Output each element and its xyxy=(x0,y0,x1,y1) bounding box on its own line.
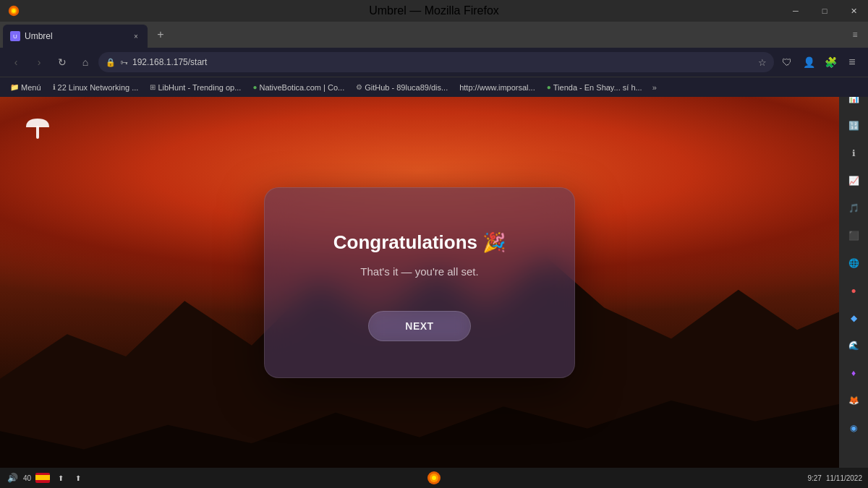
tab-bar: U Umbrel × + ≡ xyxy=(0,22,868,48)
sidebar-icon-11[interactable]: ◆ xyxy=(841,305,867,331)
bookmark-info-icon: ℹ xyxy=(53,83,56,91)
bookmark-gear-icon: ⚙ xyxy=(356,83,362,91)
shield-button[interactable]: 🛡 xyxy=(777,52,797,72)
content-area: Congratulations 🎉 That's it — you're all… xyxy=(0,97,839,468)
taskbar-right: 9:27 11/11/2022 xyxy=(807,474,862,482)
tab-list-button[interactable]: ≡ xyxy=(845,25,865,45)
bookmark-imporsal[interactable]: http://www.imporsal... xyxy=(455,82,540,93)
volume-icon[interactable]: 🔊 xyxy=(6,471,19,484)
modal-subtitle: That's it — you're all set. xyxy=(360,265,478,278)
lock-icon: 🔒 xyxy=(106,58,116,67)
bookmark-github[interactable]: ⚙ GitHub - 89luca89/dis... xyxy=(352,82,452,93)
taskbar-apps xyxy=(426,470,442,486)
sidebar-icon-7[interactable]: 🎵 xyxy=(841,195,867,221)
bookmark-libhunt[interactable]: ⊞ LibHunt - Trending op... xyxy=(145,82,245,93)
key-icon: 🗝 xyxy=(120,58,128,67)
bookmark-folder-icon: 📁 xyxy=(10,83,19,91)
bookmark-nativebotica[interactable]: ● NativeBotica.com | Co... xyxy=(248,82,349,93)
menu-button[interactable]: ≡ xyxy=(842,52,862,72)
taskbar-time: 9:27 xyxy=(807,474,821,482)
tray-icon[interactable]: ⬆ xyxy=(72,471,85,484)
sidebar-icon-10[interactable]: ● xyxy=(841,278,867,304)
back-button[interactable]: ‹ xyxy=(6,52,26,72)
window-title: Umbrel — Mozilla Firefox xyxy=(369,4,499,17)
modal-overlay: Congratulations 🎉 That's it — you're all… xyxy=(0,97,839,468)
sidebar-icon-6[interactable]: 📈 xyxy=(841,168,867,194)
url-text: 192.168.1.175/start xyxy=(132,57,754,67)
taskbar-left: 🔊 40 ⬆ ⬆ xyxy=(6,471,85,484)
tab-favicon: U xyxy=(10,31,20,41)
extensions-button[interactable]: 🧩 xyxy=(820,52,841,72)
tab-close-button[interactable]: × xyxy=(130,30,142,42)
active-tab[interactable]: U Umbrel × xyxy=(3,25,148,48)
firefox-taskbar-icon[interactable] xyxy=(426,470,442,486)
account-button[interactable]: 👤 xyxy=(799,52,819,72)
bookmark-label: NativeBotica.com | Co... xyxy=(259,83,344,92)
sidebar-icon-8[interactable]: ⬛ xyxy=(841,223,867,249)
sidebar-icon-15[interactable]: ◉ xyxy=(841,415,867,441)
bookmark-label: Tienda - En Shay... sí h... xyxy=(553,83,642,92)
bookmark-green-icon: ● xyxy=(252,83,257,91)
bookmarks-more-button[interactable]: » xyxy=(650,82,660,93)
bookmark-label: GitHub - 89luca89/dis... xyxy=(365,83,448,92)
svg-point-6 xyxy=(432,476,436,480)
bookmark-tienda[interactable]: ● Tienda - En Shay... sí h... xyxy=(542,82,647,93)
firefox-icon xyxy=(7,4,20,17)
window-controls: ─ □ ✕ xyxy=(781,0,868,22)
upload-icon[interactable]: ⬆ xyxy=(54,471,67,484)
browser-chrome: Umbrel — Mozilla Firefox ─ □ ✕ U Umbrel … xyxy=(0,0,868,97)
new-tab-button[interactable]: + xyxy=(150,25,171,45)
minimize-button[interactable]: ─ xyxy=(781,0,810,22)
taskbar-date: 11/11/2022 xyxy=(826,474,862,482)
bookmark-label: http://www.imporsal... xyxy=(459,83,535,92)
sidebar-icon-13[interactable]: ♦ xyxy=(841,360,867,386)
sidebar-icon-14[interactable]: 🦊 xyxy=(841,388,867,414)
bookmark-linux[interactable]: ℹ 22 Linux Networking ... xyxy=(48,82,143,93)
bookmark-star[interactable]: ☆ xyxy=(758,57,767,68)
reload-button[interactable]: ↻ xyxy=(52,52,72,72)
next-button[interactable]: NEXT xyxy=(368,311,470,341)
modal-title: Congratulations 🎉 xyxy=(333,231,506,254)
bookmark-label: 22 Linux Networking ... xyxy=(58,83,139,92)
title-bar: Umbrel — Mozilla Firefox ─ □ ✕ xyxy=(0,0,868,22)
language-flag[interactable] xyxy=(35,473,50,483)
sidebar-icon-5[interactable]: ℹ xyxy=(841,140,867,166)
congratulations-modal: Congratulations 🎉 That's it — you're all… xyxy=(264,187,575,378)
sidebar-icon-12[interactable]: 🌊 xyxy=(841,333,867,359)
sidebar-icon-4[interactable]: 🔢 xyxy=(841,113,867,139)
bookmark-label: LibHunt - Trending op... xyxy=(158,83,241,92)
taskbar: 🔊 40 ⬆ ⬆ 9:27 11/11/2022 xyxy=(0,468,868,488)
bookmark-menu[interactable]: 📁 Menú xyxy=(6,82,46,93)
bookmarks-bar: 📁 Menú ℹ 22 Linux Networking ... ⊞ LibHu… xyxy=(0,77,868,97)
close-button[interactable]: ✕ xyxy=(839,0,868,22)
forward-button[interactable]: › xyxy=(29,52,49,72)
bookmark-tienda-icon: ● xyxy=(547,83,551,91)
maximize-button[interactable]: □ xyxy=(810,0,839,22)
bookmark-grid-icon: ⊞ xyxy=(150,83,156,91)
tab-title: Umbrel xyxy=(25,31,53,41)
home-button[interactable]: ⌂ xyxy=(75,52,95,72)
nav-right-buttons: 🛡 👤 🧩 ≡ xyxy=(777,52,862,72)
address-bar[interactable]: 🔒 🗝 192.168.1.175/start ☆ xyxy=(98,52,774,72)
sidebar-icon-9[interactable]: 🌐 xyxy=(841,250,867,276)
volume-level: 40 xyxy=(23,474,31,482)
bookmark-label: Menú xyxy=(21,83,41,92)
svg-point-2 xyxy=(12,9,15,12)
nav-bar: ‹ › ↻ ⌂ 🔒 🗝 192.168.1.175/start ☆ 🛡 👤 🧩 … xyxy=(0,48,868,77)
